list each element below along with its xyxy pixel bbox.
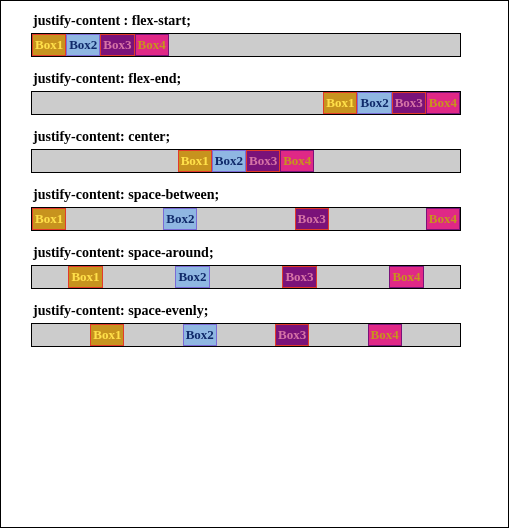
box4: Box4 xyxy=(426,92,460,114)
box4: Box4 xyxy=(389,266,423,288)
label-space-evenly: justify-content: space-evenly; xyxy=(31,303,478,319)
flex-container-space-evenly: Box1 Box2 Box3 Box4 xyxy=(31,323,461,347)
label-space-between: justify-content: space-between; xyxy=(31,187,478,203)
box1: Box1 xyxy=(68,266,102,288)
flex-container-flex-end: Box1 Box2 Box3 Box4 xyxy=(31,91,461,115)
box1: Box1 xyxy=(32,34,66,56)
example-space-between: justify-content: space-between; Box1 Box… xyxy=(31,187,478,231)
example-flex-end: justify-content: flex-end; Box1 Box2 Box… xyxy=(31,71,478,115)
box2: Box2 xyxy=(163,208,197,230)
box1: Box1 xyxy=(178,150,212,172)
box2: Box2 xyxy=(357,92,391,114)
example-flex-start: justify-content : flex-start; Box1 Box2 … xyxy=(31,13,478,57)
example-center: justify-content: center; Box1 Box2 Box3 … xyxy=(31,129,478,173)
box1: Box1 xyxy=(32,208,66,230)
example-space-around: justify-content: space-around; Box1 Box2… xyxy=(31,245,478,289)
box3: Box3 xyxy=(282,266,316,288)
box1: Box1 xyxy=(323,92,357,114)
box4: Box4 xyxy=(426,208,460,230)
box2: Box2 xyxy=(212,150,246,172)
box3: Box3 xyxy=(275,324,309,346)
label-center: justify-content: center; xyxy=(31,129,478,145)
box4: Box4 xyxy=(368,324,402,346)
flex-container-space-between: Box1 Box2 Box3 Box4 xyxy=(31,207,461,231)
flex-container-center: Box1 Box2 Box3 Box4 xyxy=(31,149,461,173)
box3: Box3 xyxy=(246,150,280,172)
label-flex-end: justify-content: flex-end; xyxy=(31,71,478,87)
flex-container-flex-start: Box1 Box2 Box3 Box4 xyxy=(31,33,461,57)
label-flex-start: justify-content : flex-start; xyxy=(31,13,478,29)
box1: Box1 xyxy=(90,324,124,346)
flex-container-space-around: Box1 Box2 Box3 Box4 xyxy=(31,265,461,289)
box3: Box3 xyxy=(295,208,329,230)
example-space-evenly: justify-content: space-evenly; Box1 Box2… xyxy=(31,303,478,347)
box2: Box2 xyxy=(183,324,217,346)
label-space-around: justify-content: space-around; xyxy=(31,245,478,261)
box4: Box4 xyxy=(280,150,314,172)
box4: Box4 xyxy=(135,34,169,56)
box3: Box3 xyxy=(392,92,426,114)
page-frame: justify-content : flex-start; Box1 Box2 … xyxy=(0,0,509,528)
box2: Box2 xyxy=(175,266,209,288)
box3: Box3 xyxy=(100,34,134,56)
box2: Box2 xyxy=(66,34,100,56)
